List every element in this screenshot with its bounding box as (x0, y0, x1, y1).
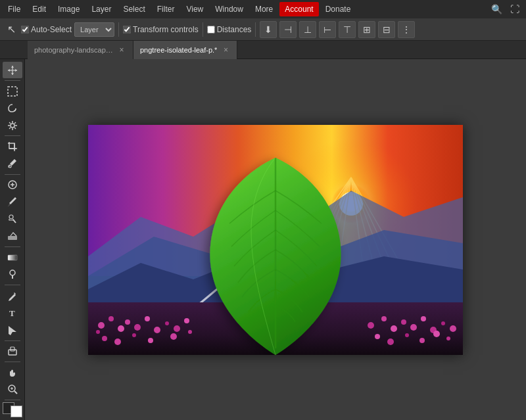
tab-landscape[interactable]: photography-landscape-a.* × (28, 41, 133, 59)
tool-sep-4 (5, 246, 20, 247)
svg-point-73 (387, 338, 394, 345)
tool-heal[interactable] (3, 176, 22, 193)
align-download-btn[interactable]: ⬇ (260, 21, 277, 38)
svg-point-17 (9, 215, 13, 219)
svg-rect-23 (9, 350, 16, 355)
svg-point-65 (391, 325, 397, 332)
svg-point-49 (96, 330, 100, 334)
tool-sep-2 (5, 135, 20, 136)
svg-rect-19 (8, 255, 17, 260)
svg-rect-2 (8, 87, 17, 96)
svg-point-70 (441, 321, 445, 325)
svg-point-53 (154, 327, 160, 333)
svg-point-74 (405, 333, 409, 337)
menu-donate[interactable]: Donate (320, 2, 356, 16)
align-left-btn[interactable]: ⊣ (279, 21, 297, 38)
canvas-container (88, 125, 463, 355)
svg-point-75 (419, 338, 425, 343)
svg-line-8 (9, 122, 11, 124)
tool-zoom[interactable] (3, 381, 22, 398)
distribute-btn[interactable]: ⋮ (398, 21, 415, 38)
tool-path-select[interactable] (3, 321, 22, 338)
menu-more[interactable]: More (250, 2, 278, 16)
tool-lasso[interactable] (3, 100, 22, 116)
svg-line-11 (9, 128, 11, 129)
tool-move[interactable] (3, 62, 22, 78)
svg-point-55 (174, 325, 180, 332)
tool-dodge[interactable] (3, 266, 22, 283)
distances-label: Distances (217, 25, 252, 34)
tool-magic-wand[interactable] (3, 117, 22, 133)
autoselect-group: Auto-Select (21, 25, 72, 34)
svg-point-64 (381, 316, 387, 321)
distances-group: Distances (207, 25, 252, 34)
menu-filter[interactable]: Filter (152, 2, 180, 16)
svg-point-58 (114, 338, 121, 345)
toolbar-divider-1 (118, 22, 119, 37)
svg-point-56 (184, 318, 189, 323)
svg-point-66 (401, 319, 406, 325)
canvas-area (25, 59, 526, 420)
svg-point-20 (10, 270, 15, 275)
svg-point-57 (102, 336, 107, 341)
menu-account[interactable]: Account (279, 2, 318, 16)
tool-crop[interactable] (3, 138, 22, 154)
tool-sep-6 (5, 340, 20, 341)
menu-layer[interactable]: Layer (86, 2, 116, 16)
tab-leaf[interactable]: pngtree-isolated-leaf-p.* × (133, 41, 237, 59)
tool-sep-3 (5, 174, 20, 175)
svg-point-48 (118, 325, 124, 332)
tool-brush[interactable] (3, 194, 22, 210)
menu-file[interactable]: File (3, 2, 26, 16)
menu-image[interactable]: Image (53, 2, 85, 16)
autoselect-checkbox[interactable] (21, 26, 29, 34)
left-toolbar: T (0, 59, 25, 420)
fullscreen-icon[interactable]: ⛶ (506, 2, 523, 16)
svg-point-77 (446, 337, 450, 340)
main-area: T (0, 59, 526, 420)
svg-point-52 (145, 316, 150, 321)
tool-shape[interactable] (3, 342, 22, 359)
svg-point-59 (132, 333, 136, 337)
menu-window[interactable]: Window (210, 2, 249, 16)
menu-select[interactable]: Select (118, 2, 150, 16)
align-bottom-btn[interactable]: ⊟ (378, 21, 395, 38)
layer-select[interactable]: Layer Group (74, 22, 114, 37)
svg-point-51 (134, 324, 141, 331)
tab-landscape-close[interactable]: × (117, 45, 126, 55)
scene-svg (88, 125, 463, 355)
background-color[interactable] (11, 406, 22, 417)
tool-type[interactable]: T (3, 304, 22, 321)
tool-marquee[interactable] (3, 83, 22, 99)
search-icon[interactable]: 🔍 (488, 2, 505, 16)
toolbar: ↖ Auto-Select Layer Group Transform cont… (0, 18, 526, 41)
tab-leaf-close[interactable]: × (221, 45, 230, 55)
tool-pen[interactable] (3, 287, 22, 304)
tool-hand[interactable] (3, 363, 22, 380)
tool-eyedropper[interactable] (3, 155, 22, 172)
tool-stamp[interactable] (3, 211, 22, 227)
align-top-btn[interactable]: ⊤ (339, 21, 356, 38)
tool-gradient[interactable] (3, 249, 22, 266)
align-right-btn[interactable]: ⊢ (319, 21, 336, 38)
align-middle-v-btn[interactable]: ⊞ (358, 21, 375, 38)
tool-eraser[interactable] (3, 228, 22, 245)
svg-point-67 (410, 324, 417, 331)
align-center-h-btn[interactable]: ⊥ (299, 21, 316, 38)
svg-line-9 (14, 128, 16, 129)
menu-bar: File Edit Image Layer Select Filter View… (0, 0, 526, 18)
tool-sep-5 (5, 285, 20, 285)
tool-sep-7 (5, 362, 20, 362)
svg-point-47 (108, 316, 114, 321)
tool-sep-1 (5, 80, 20, 81)
transform-checkbox[interactable] (123, 26, 131, 34)
toolbar-divider-3 (255, 22, 256, 37)
distances-checkbox[interactable] (207, 26, 215, 34)
svg-point-50 (125, 319, 130, 325)
svg-text:T: T (9, 308, 15, 318)
svg-point-7 (11, 124, 14, 128)
svg-point-46 (98, 322, 105, 329)
menu-view[interactable]: View (181, 2, 208, 16)
menu-edit[interactable]: Edit (27, 2, 51, 16)
svg-point-76 (433, 331, 440, 337)
